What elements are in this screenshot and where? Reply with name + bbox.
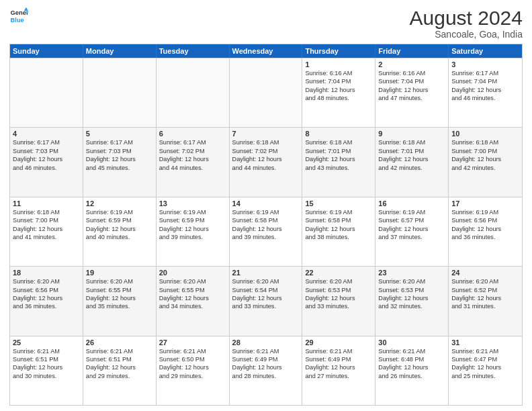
day-info: Sunrise: 6:19 AMSunset: 6:58 PMDaylight:… bbox=[232, 208, 300, 242]
day-cell: 5Sunrise: 6:17 AMSunset: 7:03 PMDaylight… bbox=[83, 128, 157, 196]
empty-cell bbox=[83, 58, 157, 127]
day-number: 28 bbox=[232, 338, 300, 347]
day-info: Sunrise: 6:20 AMSunset: 6:53 PMDaylight:… bbox=[305, 277, 372, 311]
day-number: 12 bbox=[86, 199, 153, 208]
day-cell: 10Sunrise: 6:18 AMSunset: 7:00 PMDayligh… bbox=[449, 128, 522, 196]
calendar-row: 25Sunrise: 6:21 AMSunset: 6:51 PMDayligh… bbox=[10, 336, 522, 405]
day-cell: 14Sunrise: 6:19 AMSunset: 6:58 PMDayligh… bbox=[230, 197, 303, 266]
day-number: 16 bbox=[378, 199, 445, 208]
day-number: 4 bbox=[13, 130, 80, 138]
day-cell: 7Sunrise: 6:18 AMSunset: 7:02 PMDaylight… bbox=[230, 128, 303, 196]
day-number: 30 bbox=[378, 338, 445, 347]
page-header: General Blue August 2024 Sancoale, Goa, … bbox=[9, 7, 523, 40]
header-day: Saturday bbox=[449, 44, 522, 58]
day-info: Sunrise: 6:20 AMSunset: 6:53 PMDaylight:… bbox=[378, 277, 445, 311]
day-info: Sunrise: 6:19 AMSunset: 6:59 PMDaylight:… bbox=[86, 208, 153, 242]
day-number: 24 bbox=[451, 269, 519, 277]
day-cell: 27Sunrise: 6:21 AMSunset: 6:50 PMDayligh… bbox=[157, 336, 230, 405]
day-cell: 19Sunrise: 6:20 AMSunset: 6:55 PMDayligh… bbox=[83, 267, 157, 335]
calendar-row: 1Sunrise: 6:16 AMSunset: 7:04 PMDaylight… bbox=[10, 58, 522, 127]
day-cell: 8Sunrise: 6:18 AMSunset: 7:01 PMDaylight… bbox=[302, 128, 375, 196]
day-info: Sunrise: 6:20 AMSunset: 6:56 PMDaylight:… bbox=[13, 277, 80, 311]
header-day: Friday bbox=[375, 44, 449, 58]
day-cell: 9Sunrise: 6:18 AMSunset: 7:01 PMDaylight… bbox=[375, 128, 449, 196]
day-info: Sunrise: 6:19 AMSunset: 6:58 PMDaylight:… bbox=[305, 208, 372, 242]
day-number: 17 bbox=[451, 199, 519, 208]
day-number: 18 bbox=[13, 269, 80, 277]
day-number: 1 bbox=[305, 60, 372, 68]
day-number: 21 bbox=[232, 269, 300, 277]
day-info: Sunrise: 6:18 AMSunset: 7:00 PMDaylight:… bbox=[451, 138, 519, 172]
day-info: Sunrise: 6:20 AMSunset: 6:52 PMDaylight:… bbox=[451, 277, 519, 311]
day-cell: 1Sunrise: 6:16 AMSunset: 7:04 PMDaylight… bbox=[302, 58, 375, 127]
day-number: 20 bbox=[159, 269, 226, 277]
logo-icon: General Blue bbox=[9, 7, 28, 26]
day-cell: 21Sunrise: 6:20 AMSunset: 6:54 PMDayligh… bbox=[230, 267, 303, 335]
empty-cell bbox=[10, 58, 83, 127]
day-info: Sunrise: 6:18 AMSunset: 7:00 PMDaylight:… bbox=[13, 208, 80, 242]
day-info: Sunrise: 6:21 AMSunset: 6:48 PMDaylight:… bbox=[378, 347, 445, 381]
day-number: 23 bbox=[378, 269, 445, 277]
day-info: Sunrise: 6:19 AMSunset: 6:59 PMDaylight:… bbox=[159, 208, 226, 242]
day-cell: 2Sunrise: 6:16 AMSunset: 7:04 PMDaylight… bbox=[375, 58, 449, 127]
day-info: Sunrise: 6:21 AMSunset: 6:49 PMDaylight:… bbox=[232, 347, 300, 381]
day-cell: 31Sunrise: 6:21 AMSunset: 6:47 PMDayligh… bbox=[449, 336, 522, 405]
day-number: 2 bbox=[378, 60, 445, 68]
day-cell: 4Sunrise: 6:17 AMSunset: 7:03 PMDaylight… bbox=[10, 128, 83, 196]
day-info: Sunrise: 6:21 AMSunset: 6:50 PMDaylight:… bbox=[159, 347, 226, 381]
subtitle: Sancoale, Goa, India bbox=[410, 29, 523, 40]
header-day: Thursday bbox=[302, 44, 375, 58]
day-cell: 15Sunrise: 6:19 AMSunset: 6:58 PMDayligh… bbox=[302, 197, 375, 266]
day-number: 25 bbox=[13, 338, 80, 347]
header-day: Tuesday bbox=[157, 44, 230, 58]
day-number: 11 bbox=[13, 199, 80, 208]
day-cell: 26Sunrise: 6:21 AMSunset: 6:51 PMDayligh… bbox=[83, 336, 157, 405]
day-info: Sunrise: 6:21 AMSunset: 6:47 PMDaylight:… bbox=[451, 347, 519, 381]
day-cell: 18Sunrise: 6:20 AMSunset: 6:56 PMDayligh… bbox=[10, 267, 83, 335]
day-number: 15 bbox=[305, 199, 372, 208]
day-info: Sunrise: 6:18 AMSunset: 7:01 PMDaylight:… bbox=[305, 138, 372, 172]
day-cell: 12Sunrise: 6:19 AMSunset: 6:59 PMDayligh… bbox=[83, 197, 157, 266]
day-info: Sunrise: 6:16 AMSunset: 7:04 PMDaylight:… bbox=[305, 69, 372, 103]
day-info: Sunrise: 6:18 AMSunset: 7:01 PMDaylight:… bbox=[378, 138, 445, 172]
day-info: Sunrise: 6:17 AMSunset: 7:04 PMDaylight:… bbox=[451, 69, 519, 103]
day-info: Sunrise: 6:17 AMSunset: 7:02 PMDaylight:… bbox=[159, 138, 226, 172]
svg-text:Blue: Blue bbox=[11, 17, 24, 24]
calendar-header: SundayMondayTuesdayWednesdayThursdayFrid… bbox=[10, 44, 522, 58]
day-cell: 23Sunrise: 6:20 AMSunset: 6:53 PMDayligh… bbox=[375, 267, 449, 335]
day-number: 3 bbox=[451, 60, 519, 68]
day-number: 5 bbox=[86, 130, 153, 138]
header-day: Wednesday bbox=[230, 44, 303, 58]
empty-cell bbox=[230, 58, 303, 127]
day-info: Sunrise: 6:17 AMSunset: 7:03 PMDaylight:… bbox=[13, 138, 80, 172]
day-number: 22 bbox=[305, 269, 372, 277]
calendar: SundayMondayTuesdayWednesdayThursdayFrid… bbox=[9, 44, 523, 406]
calendar-row: 11Sunrise: 6:18 AMSunset: 7:00 PMDayligh… bbox=[10, 197, 522, 266]
empty-cell bbox=[157, 58, 230, 127]
day-number: 27 bbox=[159, 338, 226, 347]
day-cell: 30Sunrise: 6:21 AMSunset: 6:48 PMDayligh… bbox=[375, 336, 449, 405]
day-cell: 29Sunrise: 6:21 AMSunset: 6:49 PMDayligh… bbox=[302, 336, 375, 405]
day-cell: 11Sunrise: 6:18 AMSunset: 7:00 PMDayligh… bbox=[10, 197, 83, 266]
day-info: Sunrise: 6:19 AMSunset: 6:57 PMDaylight:… bbox=[378, 208, 445, 242]
day-info: Sunrise: 6:18 AMSunset: 7:02 PMDaylight:… bbox=[232, 138, 300, 172]
day-info: Sunrise: 6:21 AMSunset: 6:49 PMDaylight:… bbox=[305, 347, 372, 381]
day-cell: 16Sunrise: 6:19 AMSunset: 6:57 PMDayligh… bbox=[375, 197, 449, 266]
day-cell: 6Sunrise: 6:17 AMSunset: 7:02 PMDaylight… bbox=[157, 128, 230, 196]
day-cell: 13Sunrise: 6:19 AMSunset: 6:59 PMDayligh… bbox=[157, 197, 230, 266]
day-info: Sunrise: 6:21 AMSunset: 6:51 PMDaylight:… bbox=[86, 347, 153, 381]
calendar-body: 1Sunrise: 6:16 AMSunset: 7:04 PMDaylight… bbox=[10, 58, 522, 405]
day-cell: 22Sunrise: 6:20 AMSunset: 6:53 PMDayligh… bbox=[302, 267, 375, 335]
day-number: 19 bbox=[86, 269, 153, 277]
day-cell: 28Sunrise: 6:21 AMSunset: 6:49 PMDayligh… bbox=[230, 336, 303, 405]
day-number: 8 bbox=[305, 130, 372, 138]
logo: General Blue bbox=[9, 7, 28, 26]
header-day: Sunday bbox=[10, 44, 83, 58]
day-number: 26 bbox=[86, 338, 153, 347]
day-info: Sunrise: 6:20 AMSunset: 6:54 PMDaylight:… bbox=[232, 277, 300, 311]
day-cell: 17Sunrise: 6:19 AMSunset: 6:56 PMDayligh… bbox=[449, 197, 522, 266]
day-number: 31 bbox=[451, 338, 519, 347]
day-number: 10 bbox=[451, 130, 519, 138]
main-title: August 2024 bbox=[410, 7, 523, 29]
day-cell: 3Sunrise: 6:17 AMSunset: 7:04 PMDaylight… bbox=[449, 58, 522, 127]
